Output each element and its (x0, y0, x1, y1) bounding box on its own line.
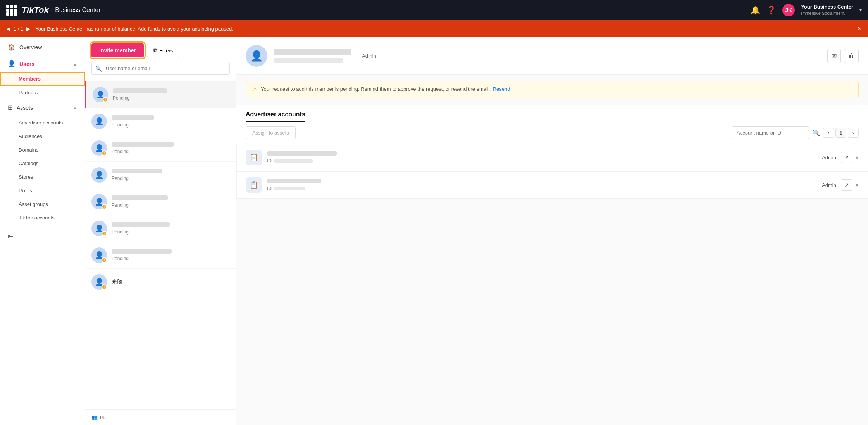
sidebar-item-members[interactable]: Members (0, 72, 85, 86)
account-icon: 📋 (246, 150, 262, 165)
advertiser-accounts-title: Advertiser accounts (246, 111, 305, 117)
resend-link[interactable]: Resend (493, 86, 510, 92)
sidebar-item-stores[interactable]: Stores (0, 170, 85, 184)
pending-notice: ⚠ Your request to add this member is pen… (246, 81, 859, 98)
sidebar-item-tiktok-accounts[interactable]: TikTok accounts (0, 211, 85, 225)
alert-banner: ◀ 1 / 1 ▶ Your Business Center has run o… (0, 20, 868, 37)
prev-page-button[interactable]: ‹ (823, 128, 834, 138)
assets-icon: ⊞ (8, 104, 13, 111)
notification-icon[interactable]: 🔔 (751, 5, 760, 15)
edit-member-button[interactable]: ✉ (827, 49, 841, 63)
list-item[interactable]: 👤 Pending (85, 162, 236, 188)
list-item[interactable]: 👤 ! Pending (85, 242, 236, 269)
list-item[interactable]: 👤 ! Pending (85, 188, 236, 215)
collapse-sidebar-icon[interactable]: ⇤ (8, 232, 14, 240)
pending-badge: ! (102, 231, 107, 236)
account-search-input[interactable] (732, 126, 809, 139)
open-account-button[interactable]: ↗ (841, 152, 852, 163)
member-header: 👤 Admin ✉ 🗑 (236, 37, 868, 75)
sidebar-overview-label: Overview (19, 44, 42, 50)
member-list: 👤 ! Pending 👤 Pending (85, 81, 236, 409)
sidebar-catalogs-label: Catalogs (19, 161, 38, 166)
banner-navigation: ◀ 1 / 1 ▶ (6, 26, 31, 32)
list-item[interactable]: 👤 ! 来翔 (85, 269, 236, 295)
pending-status: Pending (112, 256, 172, 261)
filters-button[interactable]: ⧉ Filters (147, 44, 179, 57)
open-account-button[interactable]: ↗ (841, 179, 852, 191)
account-id-label: ID (267, 186, 272, 191)
account-id-label: ID (267, 158, 272, 164)
sidebar-advertiser-accounts-label: Advertiser accounts (19, 120, 63, 126)
sidebar-pixels-label: Pixels (19, 188, 32, 193)
next-banner-btn[interactable]: ▶ (26, 26, 31, 32)
member-footer: 👥 95 (85, 409, 236, 425)
account-role: Admin (822, 155, 836, 161)
sidebar-assets-label: Assets (17, 105, 33, 111)
delete-member-button[interactable]: 🗑 (844, 49, 859, 63)
prev-banner-btn[interactable]: ◀ (6, 26, 10, 32)
sidebar-users-label: Users (19, 61, 34, 67)
sidebar-item-overview[interactable]: 🏠 Overview (0, 39, 85, 55)
pending-status: Pending (112, 176, 162, 181)
member-count: 95 (100, 415, 105, 420)
user-avatar[interactable]: JK (782, 4, 795, 16)
sidebar-item-asset-groups[interactable]: Asset groups (0, 197, 85, 211)
admin-badge: Admin (362, 53, 376, 59)
sidebar-item-domains[interactable]: Domains (0, 143, 85, 157)
pending-badge: ! (102, 284, 107, 290)
sidebar-item-advertiser-accounts[interactable]: Advertiser accounts (0, 116, 85, 130)
sidebar-stores-label: Stores (19, 174, 33, 180)
account-icon: 📋 (246, 177, 262, 193)
account-chevron-icon[interactable]: ▾ (856, 154, 858, 161)
sidebar-item-audiences[interactable]: Audiences (0, 130, 85, 143)
member-header-info (274, 49, 351, 63)
pending-notice-text: Your request to add this member is pendi… (261, 86, 490, 92)
close-banner-btn[interactable]: × (858, 25, 862, 33)
pending-status: Pending (112, 229, 170, 235)
table-row: 📋 ID Admin ↗ ▾ (236, 171, 868, 199)
search-icon: 🔍 (95, 66, 102, 72)
sidebar-domains-label: Domains (19, 147, 38, 153)
sidebar-item-users[interactable]: 👤 Users ▲ (0, 55, 85, 72)
account-search-icon[interactable]: 🔍 (812, 129, 820, 136)
pending-status: Pending (112, 149, 174, 154)
sidebar-members-label: Members (19, 76, 41, 82)
top-navigation: TikTok · Business Center 🔔 ❓ JK Your Bus… (0, 0, 868, 20)
list-item[interactable]: 👤 ! Pending (85, 81, 236, 108)
account-chevron-icon[interactable]: ▾ (856, 182, 858, 188)
invite-member-button[interactable]: Invite member (91, 43, 144, 57)
table-row: 📋 ID Admin ↗ ▾ (236, 144, 868, 171)
avatar: 👤 ! (93, 87, 108, 102)
assets-chevron-icon: ▲ (73, 105, 77, 110)
sidebar-item-partners[interactable]: Partners (0, 86, 85, 99)
list-item[interactable]: 👤 ! Pending (85, 135, 236, 162)
alert-message: Your Business Center has run out of bala… (35, 26, 233, 32)
pending-badge: ! (102, 204, 107, 209)
list-item[interactable]: 👤 Pending (85, 108, 236, 135)
filter-icon: ⧉ (153, 47, 157, 54)
header-actions: ✉ 🗑 (827, 49, 859, 63)
help-icon[interactable]: ❓ (766, 5, 776, 15)
users-icon: 👤 (8, 60, 16, 67)
next-page-button[interactable]: › (848, 128, 859, 138)
sidebar-tiktok-accounts-label: TikTok accounts (19, 215, 55, 221)
accounts-toolbar: Assign to assets 🔍 ‹ 1 › (236, 122, 868, 144)
avatar: 👤 ! (91, 247, 107, 263)
member-name-blur (113, 88, 167, 93)
pending-status: Pending (113, 95, 167, 101)
sidebar-audiences-label: Audiences (19, 133, 42, 139)
member-search-input[interactable] (91, 62, 230, 75)
user-menu-chevron[interactable]: ▾ (859, 7, 862, 13)
assign-to-assets-button[interactable]: Assign to assets (246, 126, 296, 139)
account-info: ID (267, 151, 816, 164)
pending-badge: ! (102, 150, 107, 156)
pending-badge: ! (102, 257, 107, 263)
warning-icon: ⚠ (252, 86, 258, 93)
avatar: 👤 ! (91, 140, 107, 156)
sidebar-item-assets[interactable]: ⊞ Assets ▲ (0, 99, 85, 116)
users-chevron-icon: ▲ (73, 62, 77, 66)
grid-menu-icon[interactable] (6, 5, 17, 16)
list-item[interactable]: 👤 ! Pending (85, 215, 236, 242)
sidebar-item-pixels[interactable]: Pixels (0, 184, 85, 197)
sidebar-item-catalogs[interactable]: Catalogs (0, 157, 85, 170)
